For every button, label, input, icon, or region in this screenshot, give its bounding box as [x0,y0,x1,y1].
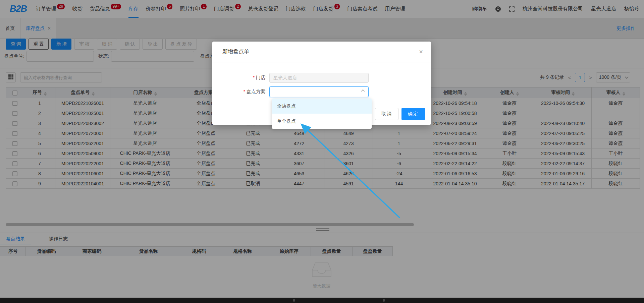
cancel-button[interactable]: 取消 [375,108,398,120]
dropdown-option-2[interactable]: 单个盘点 [272,114,372,129]
plan-select[interactable] [269,86,369,97]
required-asterisk: * [244,89,245,94]
store-field: 星光大道店 [269,73,369,83]
store-field-row: *门店: 星光大道店 [212,73,431,83]
confirm-button[interactable]: 确定 [401,108,425,120]
store-field-label: *门店: [212,75,269,81]
plan-dropdown: 全店盘点单个盘点 [272,99,372,129]
plan-field-row: *盘点方案: [212,86,431,97]
plan-field-label: *盘点方案: [212,89,269,95]
dropdown-option-1[interactable]: 全店盘点 [272,99,372,114]
chevron-up-icon [361,89,365,93]
required-asterisk: * [253,75,255,80]
modal-header: 新增盘点单 [212,42,431,62]
modal-title: 新增盘点单 [222,48,249,55]
modal-close-icon[interactable]: × [419,48,423,55]
